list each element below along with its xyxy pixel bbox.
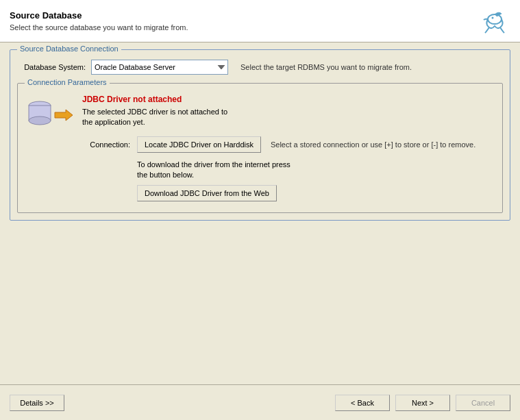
header: Source Database Select the source databa… [0, 0, 520, 42]
download-jdbc-button[interactable]: Download JDBC Driver from the Web [137, 185, 277, 201]
header-text-block: Source Database Select the source databa… [10, 10, 188, 32]
cancel-button[interactable]: Cancel [456, 395, 510, 411]
connection-label: Connection: [82, 140, 130, 149]
connection-row: Connection: Locate JDBC Driver on Harddi… [82, 136, 495, 153]
database-arrow-icon [26, 97, 73, 133]
footer-left: Details >> [10, 395, 64, 411]
db-system-row: Database System: Oracle Database Server … [17, 50, 503, 80]
dolphin-icon [480, 7, 508, 36]
download-desc: To download the driver from the internet… [137, 160, 495, 181]
jdbc-error-title: JDBC Driver not attached [82, 95, 495, 104]
details-button[interactable]: Details >> [10, 395, 64, 411]
footer-right: < Back Next > Cancel [335, 395, 510, 411]
download-section: To download the driver from the internet… [82, 160, 495, 201]
header-title: Source Database [10, 10, 188, 21]
locate-jdbc-button[interactable]: Locate JDBC Driver on Harddisk [137, 136, 261, 153]
jdbc-info-block: JDBC Driver not attached The selected JD… [82, 95, 495, 201]
app-logo [478, 7, 510, 36]
db-system-hint: Select the target RDBMS you want to migr… [240, 63, 412, 71]
back-button[interactable]: < Back [335, 395, 390, 411]
svg-point-4 [29, 116, 51, 125]
connection-params-group: Connection Parameters JDB [17, 83, 503, 213]
svg-marker-5 [55, 110, 73, 121]
main-content: Source Database Connection Database Syst… [0, 42, 520, 384]
source-db-connection-legend: Source Database Connection [17, 45, 121, 53]
next-button[interactable]: Next > [395, 395, 450, 411]
db-system-label: Database System: [17, 63, 86, 71]
header-subtitle: Select the source database you want to m… [10, 23, 188, 32]
svg-point-0 [488, 14, 502, 24]
connection-hint: Select a stored connection or use [+] to… [271, 140, 475, 149]
svg-point-1 [492, 16, 494, 18]
connection-params-legend: Connection Parameters [25, 78, 110, 86]
jdbc-error-desc: The selected JDBC driver is not attached… [82, 107, 495, 128]
footer: Details >> < Back Next > Cancel [0, 384, 520, 420]
db-system-select[interactable]: Oracle Database Server MySQL PostgreSQL … [91, 60, 228, 75]
connection-params-content: JDBC Driver not attached The selected JD… [25, 84, 495, 201]
jdbc-icon [25, 95, 74, 133]
source-db-connection-group: Source Database Connection Database Syst… [10, 49, 510, 221]
